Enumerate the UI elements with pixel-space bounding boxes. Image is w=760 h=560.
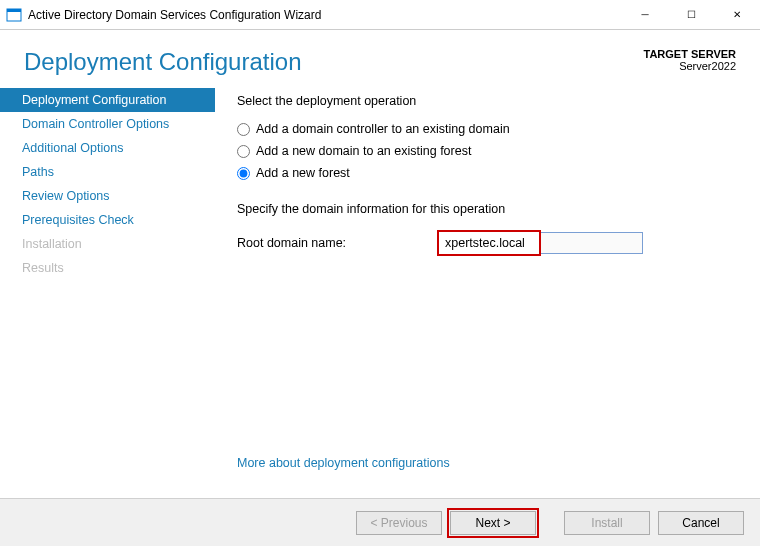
next-button[interactable]: Next > xyxy=(450,511,536,535)
sidebar-item-installation: Installation xyxy=(0,232,215,256)
maximize-button[interactable]: ☐ xyxy=(668,0,714,30)
minimize-button[interactable]: ─ xyxy=(622,0,668,30)
radio-add-dc-existing-domain[interactable]: Add a domain controller to an existing d… xyxy=(237,120,732,138)
page-title: Deployment Configuration xyxy=(24,48,302,76)
radio-label: Add a domain controller to an existing d… xyxy=(256,120,510,138)
target-label: TARGET SERVER xyxy=(644,48,737,60)
root-domain-highlight xyxy=(437,230,541,256)
target-server-block: TARGET SERVER Server2022 xyxy=(644,48,737,72)
sidebar-item-domain-controller-options[interactable]: Domain Controller Options xyxy=(0,112,215,136)
previous-button: < Previous xyxy=(356,511,442,535)
footer: < Previous Next > Install Cancel xyxy=(0,498,760,546)
header: Deployment Configuration TARGET SERVER S… xyxy=(0,30,760,84)
more-about-link[interactable]: More about deployment configurations xyxy=(237,456,450,470)
sidebar-item-results: Results xyxy=(0,256,215,280)
radio-label: Add a new forest xyxy=(256,164,350,182)
sidebar-item-deployment-configuration[interactable]: Deployment Configuration xyxy=(0,88,215,112)
main-panel: Select the deployment operation Add a do… xyxy=(215,84,760,498)
sidebar-item-additional-options[interactable]: Additional Options xyxy=(0,136,215,160)
radio-input-existing-domain[interactable] xyxy=(237,123,250,136)
window-title: Active Directory Domain Services Configu… xyxy=(28,8,622,22)
sidebar-item-paths[interactable]: Paths xyxy=(0,160,215,184)
svg-rect-1 xyxy=(7,9,21,12)
root-domain-row: Root domain name: xyxy=(237,230,732,256)
select-operation-label: Select the deployment operation xyxy=(237,94,732,108)
cancel-button[interactable]: Cancel xyxy=(658,511,744,535)
radio-label: Add a new domain to an existing forest xyxy=(256,142,471,160)
more-link-row: More about deployment configurations xyxy=(237,456,732,470)
close-button[interactable]: ✕ xyxy=(714,0,760,30)
content: Deployment Configuration Domain Controll… xyxy=(0,84,760,498)
root-domain-label: Root domain name: xyxy=(237,236,437,250)
sidebar: Deployment Configuration Domain Controll… xyxy=(0,84,215,498)
app-icon xyxy=(6,7,22,23)
radio-input-new-forest[interactable] xyxy=(237,167,250,180)
radio-add-domain-existing-forest[interactable]: Add a new domain to an existing forest xyxy=(237,142,732,160)
root-domain-input[interactable] xyxy=(439,232,539,254)
window-controls: ─ ☐ ✕ xyxy=(622,0,760,30)
sidebar-item-review-options[interactable]: Review Options xyxy=(0,184,215,208)
target-server-name: Server2022 xyxy=(644,60,737,72)
sidebar-item-prerequisites-check[interactable]: Prerequisites Check xyxy=(0,208,215,232)
root-domain-input-ext xyxy=(541,232,643,254)
specify-domain-label: Specify the domain information for this … xyxy=(237,202,732,216)
radio-add-new-forest[interactable]: Add a new forest xyxy=(237,164,732,182)
radio-input-existing-forest[interactable] xyxy=(237,145,250,158)
titlebar: Active Directory Domain Services Configu… xyxy=(0,0,760,30)
install-button: Install xyxy=(564,511,650,535)
